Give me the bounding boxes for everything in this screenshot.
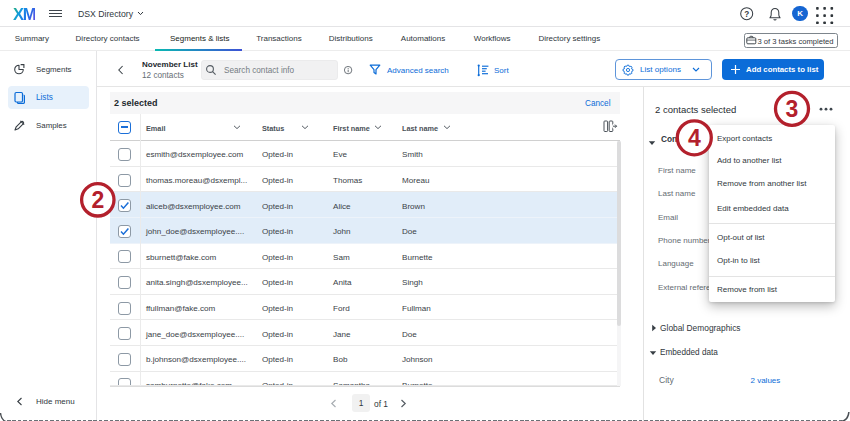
svg-text:3: 3 xyxy=(786,96,799,122)
svg-text:2: 2 xyxy=(91,187,104,213)
svg-text:?: ? xyxy=(744,10,749,19)
svg-text:4: 4 xyxy=(688,125,701,151)
